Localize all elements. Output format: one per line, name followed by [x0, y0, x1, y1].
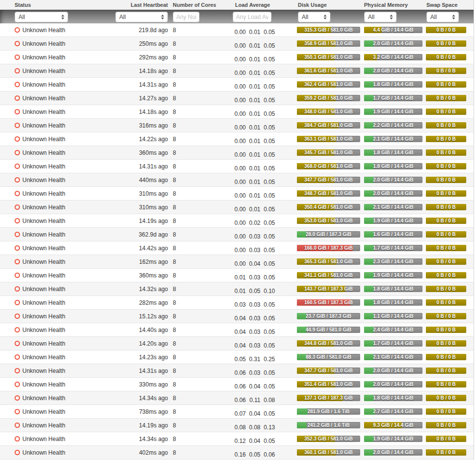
table-row[interactable]: Unknown Health 14.20s ago 8 0.04 0.03 0.… — [0, 337, 474, 350]
column-header-status[interactable]: Status — [15, 2, 115, 8]
status-filter-select[interactable]: All — [15, 12, 68, 22]
memory-usage-bar: 1.9 GiB / 14.4 GiB — [364, 436, 422, 442]
health-status-label: Unknown Health — [22, 368, 65, 374]
bar-label: 0 B / 0 B — [426, 395, 466, 401]
table-row[interactable]: Unknown Health 14.22s ago 8 0.00 0.01 0.… — [0, 132, 474, 146]
bar-label: 350.1 GiB / 581.0 GiB — [297, 54, 360, 60]
table-row[interactable]: Unknown Health 310ms ago 8 0.00 0.01 0.0… — [0, 187, 474, 201]
table-row[interactable]: Unknown Health 14.18s ago 8 0.00 0.01 0.… — [0, 64, 474, 78]
load-average-value: 0.00 — [231, 124, 246, 131]
load-average-value: 0.01 — [246, 192, 260, 199]
table-row[interactable]: Unknown Health 402ms ago 8 0.16 0.05 0.0… — [0, 446, 474, 460]
table-row[interactable]: Unknown Health 250ms ago 8 0.00 0.01 0.0… — [0, 37, 474, 51]
last-heartbeat-value: 14.19s ago — [115, 218, 168, 224]
load-average-value: 0.03 — [231, 301, 246, 308]
table-row[interactable]: Unknown Health 310ms ago 8 0.00 0.01 0.0… — [0, 201, 474, 214]
table-row[interactable]: Unknown Health 15.12s ago 8 0.04 0.03 0.… — [0, 310, 474, 323]
status-cell: Unknown Health — [15, 163, 115, 170]
table-row[interactable]: Unknown Health 14.19s ago 8 0.08 0.08 0.… — [0, 419, 474, 432]
bar-label: 348.0 GiB / 581.0 GiB — [297, 109, 360, 115]
table-row[interactable]: Unknown Health 14.32s ago 8 0.01 0.05 0.… — [0, 282, 474, 296]
cores-value: 8 — [168, 381, 231, 388]
cores-value: 8 — [168, 245, 231, 252]
swap-space-filter-select[interactable]: All — [426, 12, 459, 22]
last-heartbeat-value: 14.31s ago — [115, 368, 168, 374]
table-row[interactable]: Unknown Health 440ms ago 8 0.00 0.01 0.0… — [0, 173, 474, 187]
unknown-health-icon — [15, 191, 20, 196]
swap-usage-bar: 0 B / 0 B — [426, 54, 466, 60]
last-heartbeat-value: 14.22s ago — [115, 136, 168, 143]
table-row[interactable]: Unknown Health 330ms ago 8 0.06 0.04 0.0… — [0, 378, 474, 391]
physical-memory-filter-select[interactable]: All — [364, 12, 397, 22]
table-row[interactable]: Unknown Health 14.40s ago 8 0.04 0.03 0.… — [0, 323, 474, 337]
load-average-value: 0.05 — [231, 356, 246, 363]
load-average-cell: 0.00 0.01 0.05 — [231, 29, 275, 36]
bar-label: 0 B / 0 B — [426, 327, 466, 333]
table-row[interactable]: Unknown Health 162ms ago 8 0.00 0.04 0.0… — [0, 255, 474, 269]
table-row[interactable]: Unknown Health 362.9d ago 8 0.00 0.03 0.… — [0, 228, 474, 241]
table-row[interactable]: Unknown Health 14.34s ago 8 0.06 0.11 0.… — [0, 391, 474, 405]
load-average-cell: 0.06 0.03 0.05 — [231, 369, 275, 376]
table-row[interactable]: Unknown Health 292ms ago 8 0.00 0.01 0.0… — [0, 51, 474, 64]
bar-label: 359.2 GiB / 581.0 GiB — [297, 95, 360, 101]
table-row[interactable]: Unknown Health 14.18s ago 8 0.00 0.01 0.… — [0, 105, 474, 119]
memory-usage-bar: 2.7 GiB / 14.4 GiB — [364, 408, 422, 415]
bar-label: 0 B / 0 B — [426, 204, 466, 210]
column-header-disk-usage[interactable]: Disk Usage — [297, 2, 360, 8]
last-heartbeat-filter-select[interactable]: All — [115, 12, 168, 22]
health-status-label: Unknown Health — [22, 149, 65, 156]
load-average-cell: 0.06 0.04 0.05 — [231, 383, 275, 390]
column-header-load-average[interactable]: Load Average — [231, 2, 297, 8]
column-header-last-heartbeat[interactable]: Last Heartbeat — [115, 2, 168, 8]
bar-label: 88.3 GiB / 581.0 GiB — [297, 354, 360, 360]
last-heartbeat-value: 14.23s ago — [115, 354, 168, 361]
table-row[interactable]: Unknown Health 14.19s ago 8 0.00 0.02 0.… — [0, 214, 474, 228]
last-heartbeat-value: 14.32s ago — [115, 286, 168, 293]
table-row[interactable]: Unknown Health 282ms ago 8 0.03 0.03 0.0… — [0, 296, 474, 310]
column-header-number-of-cores[interactable]: Number of Cores — [168, 2, 231, 8]
disk-usage-bar: 353.0 GiB / 581.0 GiB — [297, 218, 360, 224]
load-average-value: 0.03 — [246, 342, 260, 349]
table-row[interactable]: Unknown Health 14.42s ago 8 0.00 0.03 0.… — [0, 241, 474, 255]
table-row[interactable]: Unknown Health 14.31s ago 8 0.00 0.01 0.… — [0, 78, 474, 92]
cores-value: 8 — [168, 231, 231, 238]
load-average-value: 0.00 — [231, 233, 246, 240]
table-row[interactable]: Unknown Health 14.31s ago 8 0.06 0.03 0.… — [0, 364, 474, 378]
table-row[interactable]: Unknown Health 14.23s ago 8 0.05 0.31 0.… — [0, 350, 474, 364]
bar-label: 2.0 GiB / 14.4 GiB — [364, 368, 422, 374]
column-header-swap-space[interactable]: Swap Space — [426, 2, 466, 8]
status-cell: Unknown Health — [15, 286, 115, 293]
bar-label: 241.2 GiB / 1.6 TiB — [297, 422, 360, 428]
disk-usage-bar: 137.1 GiB / 187.3 GiB — [297, 395, 360, 401]
cores-value: 8 — [168, 408, 231, 415]
table-row[interactable]: Unknown Health 14.31s ago 8 0.00 0.01 0.… — [0, 160, 474, 173]
cores-value: 8 — [168, 122, 231, 129]
memory-usage-bar: 1.8 GiB / 14.4 GiB — [364, 149, 422, 156]
cores-value: 8 — [168, 299, 231, 306]
table-row[interactable]: Unknown Health 360ms ago 8 0.00 0.01 0.0… — [0, 146, 474, 160]
disk-usage-filter-select[interactable]: All — [298, 12, 330, 22]
load-average-value: 0.01 — [246, 179, 260, 185]
column-header-physical-memory[interactable]: Physical Memory — [364, 2, 422, 8]
table-row[interactable]: Unknown Health 316ms ago 8 0.00 0.01 0.0… — [0, 119, 474, 132]
table-row[interactable]: Unknown Health 14.34s ago 8 0.12 0.04 0.… — [0, 432, 474, 446]
status-cell: Unknown Health — [15, 68, 115, 74]
load-average-cell: 0.05 0.31 0.25 — [231, 356, 275, 363]
bar-label: 2.1 GiB / 14.4 GiB — [364, 204, 422, 210]
cores-filter-input[interactable] — [173, 12, 200, 22]
status-cell: Unknown Health — [15, 449, 115, 456]
load-average-filter-input[interactable] — [233, 12, 272, 22]
bar-label: 1.9 GiB / 14.4 GiB — [364, 272, 422, 278]
load-average-cell: 0.00 0.01 0.05 — [231, 151, 275, 158]
bar-label: 0 B / 0 B — [426, 436, 466, 442]
table-row[interactable]: Unknown Health 14.27s ago 8 0.00 0.01 0.… — [0, 92, 474, 105]
bar-label: 3.2 GiB / 14.4 GiB — [364, 54, 422, 60]
table-row[interactable]: Unknown Health 360ms ago 8 0.01 0.03 0.0… — [0, 269, 474, 282]
cores-value: 8 — [168, 422, 231, 429]
health-status-label: Unknown Health — [22, 204, 65, 211]
table-row[interactable]: Unknown Health 219.8d ago 8 0.00 0.01 0.… — [0, 23, 474, 37]
load-average-cell: 0.00 0.01 0.05 — [231, 56, 275, 63]
disk-usage-bar: 347.7 GiB / 581.0 GiB — [297, 368, 360, 374]
table-row[interactable]: Unknown Health 738ms ago 8 0.07 0.04 0.0… — [0, 405, 474, 419]
unknown-health-icon — [15, 395, 20, 401]
